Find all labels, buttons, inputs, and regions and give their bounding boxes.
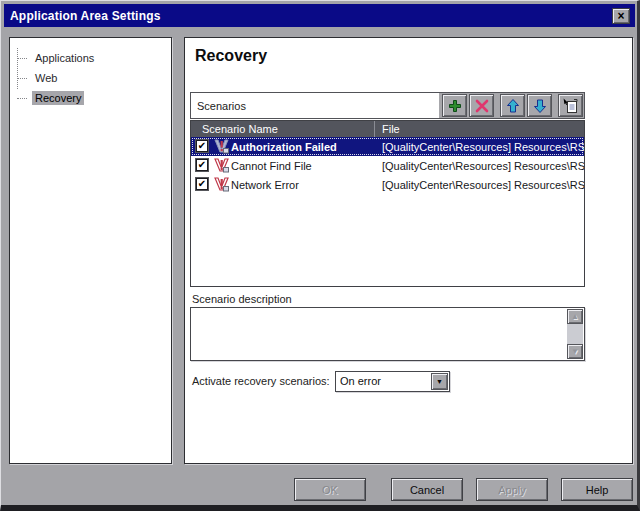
- move-up-button[interactable]: [500, 94, 525, 117]
- tree-item-web[interactable]: Web: [10, 68, 171, 88]
- ok-button[interactable]: OK: [294, 478, 366, 501]
- scenario-row-cannot-find-file[interactable]: ✔ Cannot Find File [QualityCenter\Resour…: [191, 156, 584, 175]
- scenario-checkbox[interactable]: ✔: [196, 140, 208, 152]
- cancel-button[interactable]: Cancel: [391, 478, 463, 501]
- tree-item-label: Web: [32, 71, 60, 85]
- recovery-settings-panel: Recovery Scenarios: [184, 37, 633, 464]
- checkmark-icon: ✔: [198, 160, 206, 170]
- window-title: Application Area Settings: [4, 9, 161, 23]
- delete-x-icon: [474, 98, 490, 114]
- tree-item-label: Applications: [32, 51, 97, 65]
- description-scrollbar[interactable]: ▲ ▼: [567, 309, 583, 359]
- scenario-checkbox[interactable]: ✔: [196, 178, 208, 190]
- add-scenario-button[interactable]: [442, 94, 467, 117]
- column-header-scenario-name[interactable]: Scenario Name: [191, 121, 375, 137]
- recovery-scenario-icon: [213, 139, 230, 154]
- activate-recovery-scenarios-select[interactable]: On error ▼: [335, 371, 450, 392]
- scenario-description-label: Scenario description: [192, 293, 292, 305]
- scenario-file: [QualityCenter\Resources] Resources\RSs.…: [382, 160, 585, 172]
- selected-option: On error: [340, 375, 381, 387]
- scenarios-toolbar-label: Scenarios: [191, 93, 439, 118]
- column-header-file[interactable]: File: [375, 121, 584, 137]
- scenario-name: Authorization Failed: [231, 141, 337, 153]
- titlebar: Application Area Settings ×: [4, 4, 635, 27]
- scenarios-toolbar-buttons: [439, 93, 584, 118]
- scenarios-list-header: Scenario Name File: [191, 121, 584, 137]
- scenario-row-authorization-failed[interactable]: ✔ Authorization Failed [QualityCenter\Re…: [191, 137, 584, 156]
- recovery-scenario-icon: [213, 158, 230, 173]
- apply-button[interactable]: Apply: [476, 478, 548, 501]
- scroll-down-icon: ▼: [571, 347, 579, 356]
- arrow-up-icon: [505, 98, 521, 114]
- scenario-name: Cannot Find File: [231, 160, 312, 172]
- scroll-up-button[interactable]: ▲: [567, 309, 583, 324]
- close-icon: ×: [617, 10, 624, 22]
- settings-tree-panel: Applications Web Recovery: [9, 37, 172, 464]
- tree-item-recovery[interactable]: Recovery: [10, 88, 171, 108]
- page-title: Recovery: [195, 47, 267, 65]
- tree-item-label: Recovery: [32, 91, 84, 105]
- tree-item-applications[interactable]: Applications: [10, 48, 171, 68]
- activate-recovery-scenarios-label: Activate recovery scenarios:: [192, 375, 330, 387]
- help-button[interactable]: Help: [561, 478, 633, 501]
- scenarios-list: Scenario Name File ✔ Authorization Faile…: [190, 120, 585, 287]
- recovery-scenario-icon: [213, 177, 230, 192]
- delete-scenario-button[interactable]: [469, 94, 494, 117]
- move-down-button[interactable]: [527, 94, 552, 117]
- plus-icon: [447, 98, 463, 114]
- arrow-down-icon: [532, 98, 548, 114]
- combo-dropdown-button[interactable]: ▼: [431, 373, 448, 390]
- scenario-row-network-error[interactable]: ✔ Network Error [QualityCenter\Resources…: [191, 175, 584, 194]
- scenario-properties-button[interactable]: [558, 94, 583, 117]
- scenarios-toolbar: Scenarios: [190, 92, 585, 119]
- scenario-description-field[interactable]: ▲ ▼: [190, 307, 585, 361]
- scenario-file: [QualityCenter\Resources] Resources\RSs.…: [382, 179, 585, 191]
- scenario-checkbox[interactable]: ✔: [196, 159, 208, 171]
- checkmark-icon: ✔: [198, 179, 206, 189]
- application-area-settings-dialog: Application Area Settings × Applications…: [0, 0, 640, 511]
- close-button[interactable]: ×: [612, 8, 630, 24]
- checkmark-icon: ✔: [198, 141, 206, 151]
- scroll-up-icon: ▲: [571, 312, 579, 321]
- scenario-name: Network Error: [231, 179, 299, 191]
- scenario-file: [QualityCenter\Resources] Resources\RSs.…: [382, 141, 585, 153]
- scroll-down-button[interactable]: ▼: [567, 344, 583, 359]
- chevron-down-icon: ▼: [436, 378, 443, 385]
- properties-icon: [563, 98, 579, 114]
